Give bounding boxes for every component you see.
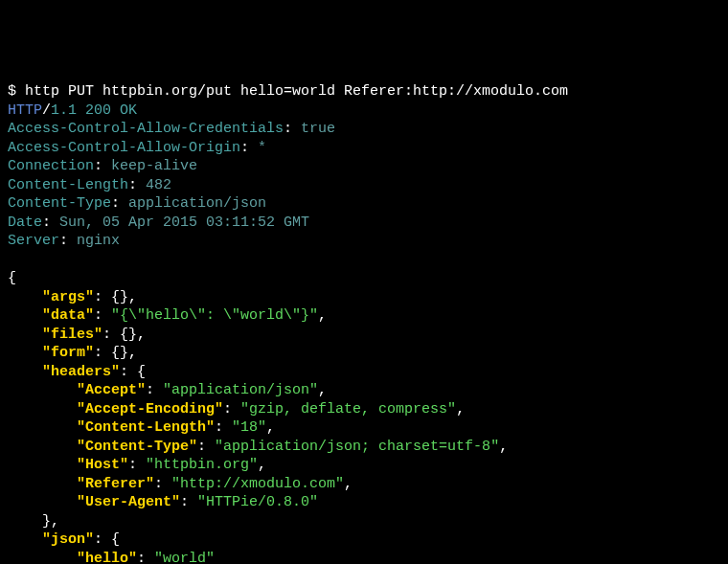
- http-status: 200 OK: [85, 102, 137, 119]
- header-value: nginx: [77, 233, 120, 249]
- http-version: 1.1: [51, 102, 77, 119]
- json-value: {}: [120, 327, 137, 343]
- json-key: "data": [42, 307, 94, 324]
- header-name: Content-Type: [8, 195, 111, 212]
- json-key: "Content-Length": [77, 419, 215, 436]
- header-name: Server: [8, 233, 59, 249]
- header-name: Access-Control-Allow-Origin: [8, 140, 240, 156]
- shell-prompt: $: [8, 83, 16, 100]
- json-key: "hello": [77, 551, 137, 565]
- json-key: "Accept": [77, 382, 146, 398]
- header-value: 482: [146, 177, 171, 193]
- json-key: "headers": [42, 364, 120, 380]
- json-key: "User-Agent": [77, 494, 180, 510]
- json-value: "18": [232, 419, 266, 436]
- header-value: Sun, 05 Apr 2015 03:11:52 GMT: [59, 214, 309, 231]
- json-value: "world": [154, 551, 215, 565]
- json-value: "{\"hello\": \"world\"}": [111, 307, 318, 324]
- json-key: "args": [42, 289, 94, 305]
- json-value: "http://xmodulo.com": [171, 476, 344, 492]
- header-name: Access-Control-Allow-Credentials: [8, 121, 284, 137]
- header-name: Date: [8, 214, 42, 231]
- json-value: "httpbin.org": [146, 457, 258, 473]
- json-key: "Accept-Encoding": [77, 401, 223, 417]
- http-protocol: HTTP: [8, 102, 42, 119]
- terminal-output: $ http PUT httpbin.org/put hello=world R…: [8, 82, 720, 564]
- json-key: "Content-Type": [77, 439, 197, 455]
- json-brace: {: [8, 270, 16, 286]
- header-value: application/json: [128, 195, 266, 212]
- header-name: Content-Length: [8, 177, 128, 193]
- header-value: keep-alive: [111, 158, 197, 174]
- command-line: http PUT httpbin.org/put hello=world Ref…: [25, 83, 568, 100]
- json-value: {}: [111, 345, 128, 361]
- json-key: "files": [42, 327, 102, 343]
- json-key: "form": [42, 345, 94, 361]
- json-value: "gzip, deflate, compress": [240, 401, 456, 417]
- json-key: "Host": [77, 457, 128, 473]
- json-value: {}: [111, 289, 128, 305]
- json-key: "json": [42, 531, 94, 548]
- json-key: "Referer": [77, 476, 154, 492]
- header-name: Connection: [8, 158, 94, 174]
- json-value: "HTTPie/0.8.0": [197, 494, 318, 510]
- json-value: "application/json; charset=utf-8": [215, 439, 499, 455]
- header-value: true: [301, 121, 335, 137]
- header-value: *: [258, 140, 266, 156]
- json-value: "application/json": [163, 382, 318, 398]
